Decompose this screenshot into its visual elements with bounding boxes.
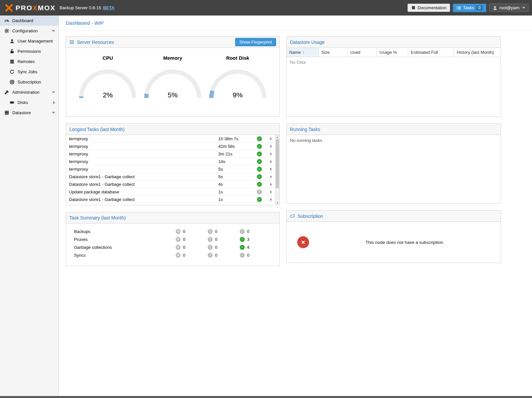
summary-row: Syncs 0 0 0: [66, 251, 279, 259]
task-row[interactable]: termproxy 5s: [66, 165, 275, 173]
sidebar-item-label: Remotes: [18, 59, 35, 64]
sidebar-item-label: Dashboard: [12, 18, 33, 23]
layout: Dashboard Configuration User Management: [0, 16, 532, 396]
chevron-right-icon[interactable]: [266, 181, 275, 187]
error-icon: [176, 245, 181, 250]
longest-tasks-header: Longest Tasks (last Month): [66, 124, 279, 135]
sidebar-item-administration[interactable]: Administration: [0, 87, 58, 97]
panel-title: Running Tasks: [290, 127, 320, 132]
task-name: termproxy: [69, 144, 218, 149]
task-row[interactable]: termproxy 1h 38m 7s: [66, 135, 275, 143]
sidebar-item-label: User Management: [18, 39, 53, 44]
chevron-down-icon[interactable]: [52, 30, 55, 32]
book-icon: [411, 6, 416, 10]
resources-icon: [69, 40, 74, 45]
task-duration: 3m 21s: [218, 151, 257, 156]
subscription-body: This node does not have a subscription.: [287, 222, 501, 263]
task-status-icon: [257, 182, 262, 187]
tasks-count-badge: 0: [476, 5, 483, 11]
chevron-right-icon[interactable]: [266, 143, 275, 149]
sidebar: Dashboard Configuration User Management: [0, 16, 59, 396]
user-icon: [493, 6, 497, 10]
gauges-row: CPU 2% Memory: [66, 48, 279, 116]
warning-icon: [208, 245, 213, 250]
task-duration: 5s: [218, 174, 257, 179]
panel-title: Subscription: [298, 214, 323, 219]
error-count: 0: [183, 253, 185, 258]
summary-label: Syncs: [66, 253, 176, 258]
task-row[interactable]: termproxy 3m 21s: [66, 150, 275, 158]
datastore-usage-header: Datastore Usage: [287, 37, 501, 48]
chevron-right-icon[interactable]: [266, 135, 275, 142]
sidebar-item-sync-jobs[interactable]: Sync Jobs: [0, 67, 58, 77]
unlock-icon: [10, 49, 15, 54]
sidebar-item-user-management[interactable]: User Management: [0, 36, 58, 46]
chevron-down-icon[interactable]: [52, 91, 55, 93]
task-row[interactable]: Datastore store1 - Garbage collect 1s: [66, 196, 275, 203]
chevron-right-icon[interactable]: [266, 150, 275, 157]
chevron-right-icon[interactable]: [266, 196, 275, 203]
sidebar-item-disks[interactable]: Disks: [0, 97, 58, 108]
warning-icon: [208, 237, 213, 242]
chevron-right-icon[interactable]: [266, 166, 275, 172]
task-row[interactable]: termproxy 14s: [66, 158, 275, 165]
topbar-actions: Documentation Tasks 0 root@pam: [408, 4, 529, 12]
warning-icon: [208, 253, 213, 258]
sidebar-item-label: Datastore: [12, 110, 31, 115]
scrollbar-thumb[interactable]: [276, 139, 279, 188]
subscription-error-icon: [297, 236, 309, 248]
chevron-right-icon[interactable]: [266, 158, 275, 165]
panel-title: Server Resources: [77, 40, 114, 45]
error-icon: [176, 237, 181, 242]
left-column: Server Resources Show Fingerprint CPU: [66, 36, 280, 266]
warning-count: 0: [215, 237, 217, 242]
task-duration: 14s: [218, 159, 257, 164]
wrench-icon: [4, 90, 9, 95]
task-duration: 5s: [218, 167, 257, 172]
sidebar-item-configuration[interactable]: Configuration: [0, 26, 58, 36]
check-icon: [240, 237, 245, 242]
sidebar-item-dashboard[interactable]: Dashboard: [0, 16, 58, 26]
gauge-value: 2%: [79, 91, 137, 99]
sidebar-item-remotes[interactable]: Remotes: [0, 56, 58, 67]
scrollbar-up-icon[interactable]: [275, 135, 279, 139]
check-icon: [240, 229, 245, 234]
task-summary-header: Task Summary (last Month): [66, 212, 279, 223]
task-duration: 42m 58s: [218, 144, 257, 149]
task-row[interactable]: termproxy 42m 58s: [66, 143, 275, 150]
user-menu-button[interactable]: root@pam: [489, 4, 529, 12]
chevron-right-icon[interactable]: [266, 173, 275, 180]
column-size[interactable]: Size: [319, 48, 348, 57]
show-fingerprint-button[interactable]: Show Fingerprint: [235, 38, 276, 46]
task-summary-body: Backups 0 0 0 Prunes 0 0 3 Garbage c: [66, 223, 279, 266]
task-row[interactable]: Datastore store1 - Garbage collect 5s: [66, 173, 275, 181]
error-count: 0: [183, 229, 185, 234]
task-row[interactable]: Update package database 1s: [66, 188, 275, 196]
page-title: Dashboard - WIP: [66, 20, 104, 26]
panel-title: Longest Tasks (last Month): [69, 127, 124, 132]
task-status-icon: [257, 197, 262, 202]
column-usage-pct[interactable]: Usage %: [377, 48, 408, 57]
column-history[interactable]: History (last Month): [454, 48, 501, 57]
chevron-right-icon[interactable]: [53, 101, 55, 104]
tasks-button[interactable]: Tasks 0: [453, 4, 486, 12]
sidebar-item-subscription[interactable]: Subscription: [0, 77, 58, 87]
task-row[interactable]: Datastore store1 - Garbage collect 4s: [66, 181, 275, 188]
sidebar-item-datastore[interactable]: Datastore: [0, 108, 58, 118]
beta-link[interactable]: BETA: [103, 5, 114, 10]
subscription-panel: Subscription This node does not have a s…: [286, 210, 501, 263]
panel-title: Datastore Usage: [290, 40, 325, 45]
documentation-button[interactable]: Documentation: [408, 4, 450, 12]
scrollbar[interactable]: [275, 135, 279, 205]
chevron-right-icon[interactable]: [266, 188, 275, 195]
task-name: termproxy: [69, 151, 218, 156]
column-used[interactable]: Used: [348, 48, 377, 57]
chevron-down-icon[interactable]: [52, 112, 55, 114]
sort-asc-icon: [302, 50, 304, 55]
column-estimated-full[interactable]: Estimated Full: [408, 48, 454, 57]
sidebar-item-label: Administration: [12, 90, 39, 95]
sidebar-item-permissions[interactable]: Permissions: [0, 46, 58, 56]
server-list-icon: [10, 59, 15, 64]
column-name[interactable]: Name: [287, 48, 319, 57]
sidebar-item-label: Disks: [18, 100, 28, 105]
